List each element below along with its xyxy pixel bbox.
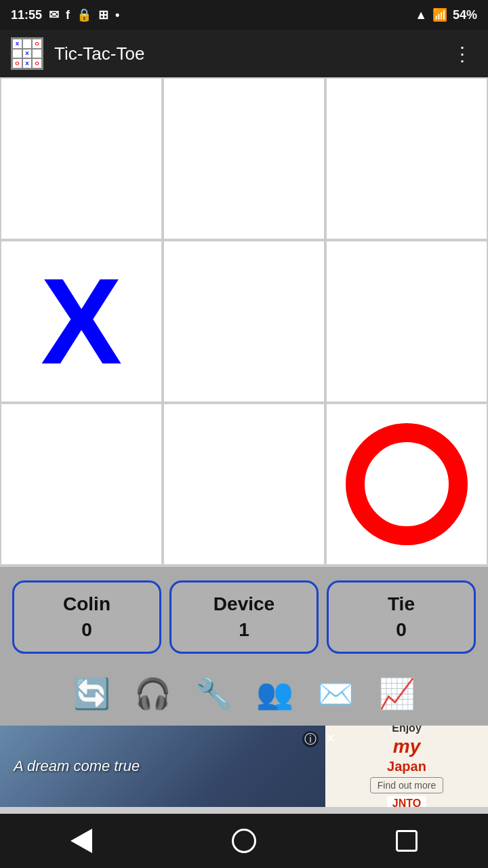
signal-icon: 📶: [432, 7, 447, 22]
ad-info-icon[interactable]: ⓘ: [302, 731, 319, 747]
facebook-icon: f: [66, 8, 70, 22]
ad-right: Enjoy my Japan Find out more JNTO: [325, 726, 488, 807]
icon-cell-empty2: [12, 49, 22, 59]
headset-button[interactable]: 🎧: [129, 670, 176, 717]
icon-cell-x1: X: [12, 39, 22, 49]
email-button[interactable]: ✉️: [312, 670, 359, 717]
chart-icon: 📈: [378, 676, 415, 711]
ad-enjoy-label: Enjoy: [392, 726, 422, 734]
icon-cell-o1: O: [32, 39, 42, 49]
headset-icon: 🎧: [134, 676, 171, 711]
cell-2-2[interactable]: [325, 403, 488, 566]
lock-icon: 🔒: [77, 7, 92, 22]
ad-close-icon[interactable]: ✕: [325, 731, 336, 746]
score-value-colin: 0: [81, 619, 92, 641]
icon-cell-empty3: [32, 49, 42, 59]
icon-cell-o3: O: [32, 58, 42, 68]
chart-button[interactable]: 📈: [373, 670, 420, 717]
recents-button[interactable]: [383, 817, 430, 865]
menu-icon[interactable]: ⋮: [447, 37, 477, 71]
users-button[interactable]: 👥: [251, 670, 298, 717]
status-left: 11:55 ✉ f 🔒 ⊞ •: [11, 7, 119, 22]
game-board: X: [0, 77, 488, 567]
cell-2-0[interactable]: [0, 403, 163, 566]
score-name-device: Device: [214, 593, 274, 615]
app-icon: X O X O X O: [11, 37, 43, 70]
cell-0-2[interactable]: [325, 77, 488, 240]
cell-1-2[interactable]: [325, 240, 488, 403]
app-title: Tic-Tac-Toe: [54, 43, 436, 64]
nav-bar: [0, 814, 488, 868]
battery-text: 54%: [453, 8, 477, 22]
cell-0-0[interactable]: [0, 77, 163, 240]
refresh-button[interactable]: 🔄: [68, 670, 115, 717]
score-name-tie: Tie: [388, 593, 415, 615]
ad-banner[interactable]: A dream come true Enjoy my Japan Find ou…: [0, 726, 488, 807]
home-icon: [232, 829, 256, 853]
cell-2-1[interactable]: [163, 403, 325, 566]
x-mark: X: [41, 260, 122, 382]
ad-text-area: A dream come true: [0, 751, 325, 782]
ad-find-more[interactable]: Find out more: [370, 777, 443, 793]
score-box-colin: Colin 0: [12, 580, 161, 654]
status-right: ▲ 📶 54%: [415, 7, 477, 22]
score-value-device: 1: [239, 619, 249, 641]
icon-cell-empty1: [22, 39, 33, 49]
refresh-icon: 🔄: [73, 676, 110, 711]
score-value-tie: 0: [396, 619, 407, 641]
back-icon: [70, 829, 92, 853]
ad-japan-label: Japan: [387, 759, 426, 774]
home-button[interactable]: [220, 817, 268, 865]
status-time: 11:55: [11, 8, 42, 22]
cell-0-1[interactable]: [163, 77, 325, 240]
users-icon: 👥: [256, 676, 293, 711]
score-box-tie: Tie 0: [327, 580, 476, 654]
back-button[interactable]: [58, 817, 105, 865]
ad-sponsor: JNTO: [387, 796, 426, 808]
icon-cell-x2: X: [22, 49, 33, 59]
settings-button[interactable]: 🔧: [190, 670, 237, 717]
email-icon: ✉️: [317, 676, 354, 711]
wifi-icon: ▲: [415, 8, 427, 22]
gmail-icon: ✉: [49, 7, 59, 22]
cast-icon: ⊞: [98, 7, 108, 22]
wrench-icon: 🔧: [195, 676, 232, 711]
cell-1-1[interactable]: [163, 240, 325, 403]
score-panel: Colin 0 Device 1 Tie 0: [0, 567, 488, 662]
toolbar: 🔄 🎧 🔧 👥 ✉️ 📈: [0, 662, 488, 726]
score-box-device: Device 1: [169, 580, 319, 654]
dot-icon: •: [115, 8, 119, 22]
icon-cell-o2: O: [12, 58, 22, 68]
status-bar: 11:55 ✉ f 🔒 ⊞ • ▲ 📶 54%: [0, 0, 488, 30]
icon-cell-x3: X: [22, 58, 33, 68]
ad-dream-text: A dream come true: [14, 757, 140, 774]
cell-1-0[interactable]: X: [0, 240, 163, 403]
o-mark: [346, 423, 468, 545]
recents-icon: [396, 830, 418, 852]
ad-brand-name: my: [393, 737, 420, 756]
app-bar: X O X O X O Tic-Tac-Toe ⋮: [0, 30, 488, 77]
score-name-colin: Colin: [63, 593, 110, 615]
